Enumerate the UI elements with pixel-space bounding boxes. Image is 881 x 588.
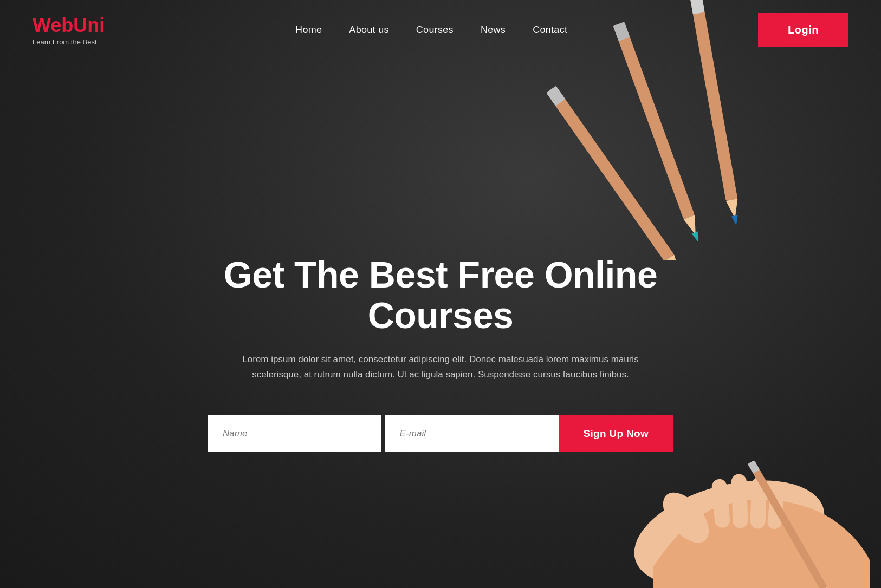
svg-marker-11 [731, 215, 740, 226]
svg-marker-7 [691, 231, 701, 243]
nav-item-courses[interactable]: Courses [416, 24, 454, 36]
hero-content: Get The Best Free Online Courses Lorem i… [197, 254, 684, 452]
nav-item-home[interactable]: Home [295, 24, 322, 36]
nav-item-contact[interactable]: Contact [533, 24, 567, 36]
nav-item-about[interactable]: About us [349, 24, 388, 36]
logo-brand: WebUni [33, 14, 105, 37]
signup-button[interactable]: Sign Up Now [559, 415, 673, 452]
nav-link-contact[interactable]: Contact [533, 24, 567, 35]
nav-link-news[interactable]: News [481, 24, 506, 35]
nav-link-about[interactable]: About us [349, 24, 388, 35]
name-input[interactable] [208, 415, 381, 452]
hero-section: WebUni Learn From the Best Home About us… [0, 0, 881, 588]
logo-web: Web [33, 14, 73, 36]
login-button[interactable]: Login [758, 13, 848, 47]
logo-tagline: Learn From the Best [33, 38, 105, 46]
email-input[interactable] [385, 415, 559, 452]
navbar: WebUni Learn From the Best Home About us… [0, 0, 881, 60]
hero-description: Lorem ipsum dolor sit amet, consectetur … [235, 352, 646, 383]
signup-form: Sign Up Now [208, 415, 673, 452]
logo: WebUni Learn From the Best [33, 14, 105, 46]
nav-link-home[interactable]: Home [295, 24, 322, 35]
nav-link-courses[interactable]: Courses [416, 24, 454, 35]
logo-uni: Uni [73, 14, 105, 36]
nav-links: Home About us Courses News Contact [295, 24, 567, 36]
hero-title: Get The Best Free Online Courses [197, 254, 684, 336]
svg-rect-15 [731, 474, 748, 528]
nav-item-news[interactable]: News [481, 24, 506, 36]
